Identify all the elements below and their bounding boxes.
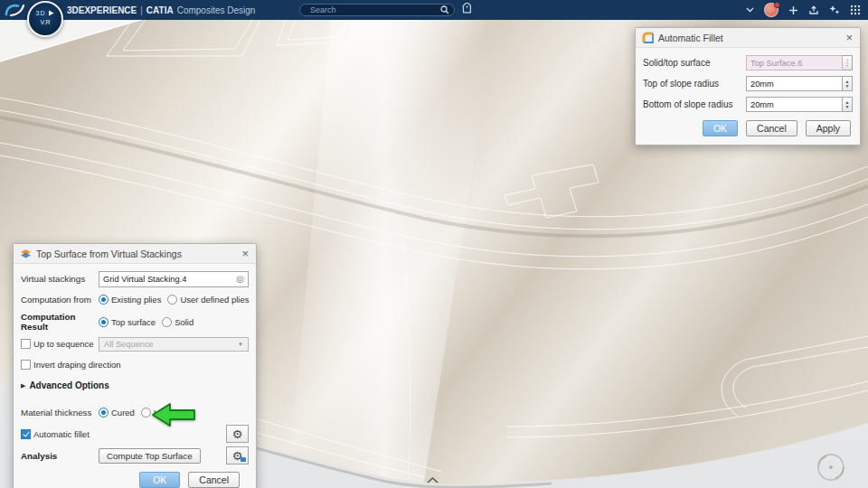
checkbox-icon[interactable] — [21, 360, 31, 370]
spinner[interactable]: ▲ ▼ — [843, 76, 853, 91]
bottom-panel-expander[interactable] — [427, 477, 439, 483]
solid-top-surface-field[interactable]: Top Surface.6 — [746, 55, 843, 70]
chevron-down-icon[interactable] — [746, 7, 754, 13]
option-label[interactable]: Existing plies — [111, 295, 161, 305]
field-options-icon[interactable]: ⋮ — [843, 55, 853, 70]
3ds-logo[interactable] — [4, 3, 27, 17]
top-slope-radius-field[interactable]: 20mm — [746, 76, 843, 91]
radio-user-defined-plies[interactable]: User defined plies — [167, 295, 249, 305]
search-input[interactable] — [308, 5, 440, 15]
radio-solid[interactable]: Solid — [162, 317, 193, 327]
up-to-sequence-checkbox[interactable]: Up to sequence — [21, 339, 96, 349]
radio-cured[interactable]: Cured — [99, 408, 135, 418]
brand-name: 3DEXPERIENCE — [67, 5, 137, 15]
selection-reticle-icon[interactable]: ◎ — [232, 274, 244, 284]
spinner-down-icon[interactable]: ▼ — [845, 84, 850, 89]
advanced-options-row[interactable]: ▶ Advanced Options — [14, 375, 256, 396]
spinner[interactable]: ▲ ▼ — [843, 97, 853, 112]
option-label[interactable]: Invert draping direction — [33, 360, 121, 370]
virtual-stacking-icon — [20, 248, 32, 259]
option-label[interactable]: Top surface — [111, 317, 156, 327]
virtual-stackings-field[interactable]: Grid Virtual Stacking.4 ◎ — [99, 271, 249, 287]
computation-result-row: Computation Result Top surface Solid — [14, 310, 256, 333]
radio-top-surface[interactable]: Top surface — [99, 317, 156, 327]
close-icon[interactable]: × — [241, 248, 250, 259]
compass-menu-badge[interactable]: 3D V.R — [27, 1, 63, 37]
share-icon[interactable] — [808, 5, 819, 15]
radio-icon[interactable] — [99, 317, 108, 327]
spinner-down-icon[interactable]: ▼ — [845, 105, 850, 109]
dropdown-arrow-icon[interactable]: ▼ — [238, 342, 243, 347]
field-label: Bottom of slope radius — [643, 99, 746, 109]
option-label[interactable]: Cured — [111, 408, 135, 418]
automatic-fillet-dialog: Automatic Fillet × Solid/top surface Top… — [635, 27, 861, 145]
search-icon[interactable] — [440, 5, 449, 14]
radio-icon[interactable] — [162, 317, 172, 327]
dialog-title: Automatic Fillet — [658, 33, 723, 43]
row-label: Computation from — [21, 295, 99, 305]
invert-draping-row: Invert draping direction — [14, 354, 256, 375]
field-row: Bottom of slope radius 20mm ▲ ▼ — [636, 94, 860, 115]
tag-icon[interactable] — [460, 3, 474, 16]
view-rotation-widget[interactable] — [810, 446, 852, 488]
app-title: 3DEXPERIENCE | CATIA Composites Design — [67, 5, 255, 15]
option-label[interactable]: Automatic fillet — [33, 429, 90, 439]
field-row: Solid/top surface Top Surface.6 ⋮ — [636, 52, 860, 73]
app-grid-icon[interactable] — [850, 5, 861, 15]
dialog-titlebar[interactable]: Top Surface from Virtual Stackings × — [14, 244, 256, 264]
virtual-stackings-value: Grid Virtual Stacking.4 — [103, 275, 186, 284]
option-label[interactable]: User defined plies — [180, 295, 249, 305]
radio-existing-plies[interactable]: Existing plies — [99, 295, 161, 305]
gear-icon: ⚙ — [232, 427, 243, 441]
play-icon[interactable] — [48, 10, 54, 16]
row-label: Material thickness — [21, 408, 99, 418]
dropdown-value: All Sequence — [104, 340, 154, 349]
ok-button[interactable]: OK — [139, 472, 180, 488]
app-module: Composites Design — [177, 5, 256, 15]
checkbox-icon[interactable] — [21, 339, 31, 349]
close-icon[interactable]: × — [844, 32, 854, 43]
analysis-settings-button[interactable]: ⚙ — [226, 446, 249, 465]
cancel-button[interactable]: Cancel — [188, 472, 240, 488]
cancel-button[interactable]: Cancel — [746, 120, 797, 136]
invert-draping-checkbox[interactable]: Invert draping direction — [21, 360, 121, 370]
row-label: Analysis — [21, 451, 99, 461]
computation-from-row: Computation from Existing plies User def… — [14, 289, 256, 310]
advanced-options-label[interactable]: Advanced Options — [29, 380, 108, 390]
radio-icon[interactable] — [167, 295, 177, 305]
sequence-dropdown[interactable]: All Sequence ▼ — [99, 337, 249, 352]
automatic-fillet-checkbox[interactable]: Automatic fillet — [21, 429, 90, 439]
bottom-slope-radius-field[interactable]: 20mm — [746, 97, 843, 112]
material-thickness-row: Material thickness Cured Uncured — [14, 402, 256, 423]
dialog-title: Top Surface from Virtual Stackings — [36, 249, 182, 259]
up-to-sequence-row: Up to sequence All Sequence ▼ — [14, 333, 256, 354]
search-bar[interactable] — [299, 4, 455, 16]
virtual-stackings-row: Virtual stackings Grid Virtual Stacking.… — [14, 268, 256, 289]
expander-triangle-icon[interactable]: ▶ — [21, 382, 25, 389]
apply-button[interactable]: Apply — [806, 120, 851, 136]
option-label[interactable]: Up to sequence — [33, 339, 94, 349]
automatic-fillet-row: Automatic fillet ⚙ — [14, 423, 256, 445]
analysis-row: Analysis Compute Top Surface ⚙ — [14, 445, 256, 466]
compass-3d-label: 3D — [36, 10, 46, 16]
sparkle-icon[interactable] — [829, 5, 840, 15]
field-label: Solid/top surface — [643, 58, 746, 68]
annotation-arrow — [150, 401, 197, 429]
analysis-chip-icon — [241, 457, 246, 462]
top-surface-stackings-dialog: Top Surface from Virtual Stackings × Vir… — [13, 243, 257, 488]
dialog-titlebar[interactable]: Automatic Fillet × — [636, 28, 860, 48]
add-icon[interactable] — [788, 5, 798, 15]
radio-icon[interactable] — [99, 408, 108, 418]
topbar-actions — [746, 0, 861, 20]
ok-button[interactable]: OK — [703, 120, 738, 136]
option-label[interactable]: Solid — [175, 317, 193, 327]
checkbox-icon[interactable] — [21, 429, 31, 439]
brand-separator: | — [140, 5, 143, 15]
compute-top-surface-button[interactable]: Compute Top Surface — [99, 448, 201, 464]
row-label: Computation Result — [21, 312, 99, 332]
field-row: Top of slope radius 20mm ▲ ▼ — [636, 73, 860, 94]
fillet-icon — [642, 32, 654, 43]
fillet-settings-button[interactable]: ⚙ — [226, 425, 249, 443]
radio-icon[interactable] — [99, 295, 108, 305]
user-avatar[interactable] — [764, 3, 778, 17]
